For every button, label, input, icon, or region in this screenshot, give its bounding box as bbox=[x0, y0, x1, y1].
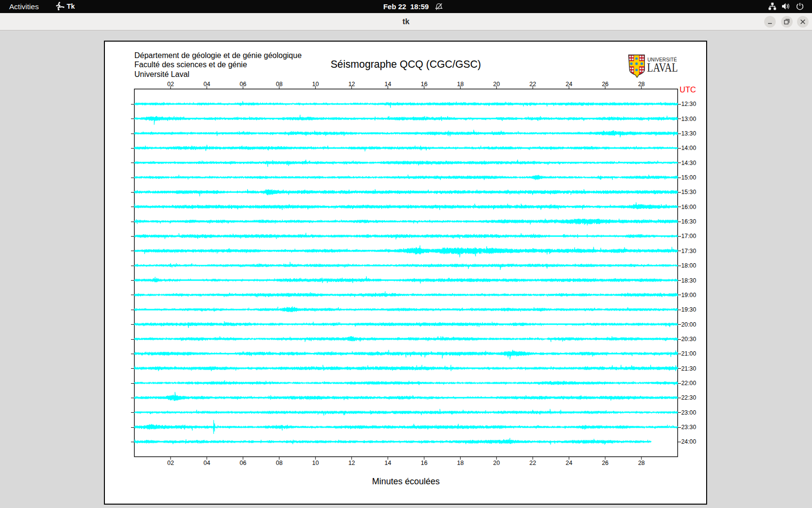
svg-text:14:30: 14:30 bbox=[682, 160, 696, 166]
svg-text:10: 10 bbox=[312, 81, 319, 88]
svg-text:Minutes écoulées: Minutes écoulées bbox=[372, 477, 440, 486]
svg-text:08: 08 bbox=[276, 81, 283, 88]
svg-text:15:30: 15:30 bbox=[682, 189, 696, 195]
svg-text:16:00: 16:00 bbox=[682, 204, 696, 210]
svg-text:23:30: 23:30 bbox=[682, 424, 696, 431]
svg-text:08: 08 bbox=[276, 460, 283, 466]
svg-text:06: 06 bbox=[240, 81, 246, 88]
svg-text:Séismographe QCQ (CGC/GSC): Séismographe QCQ (CGC/GSC) bbox=[331, 59, 481, 70]
svg-text:13:00: 13:00 bbox=[682, 116, 696, 122]
svg-text:16: 16 bbox=[421, 81, 428, 88]
svg-text:12: 12 bbox=[348, 81, 355, 88]
svg-text:22: 22 bbox=[529, 460, 536, 466]
svg-text:02: 02 bbox=[167, 460, 174, 466]
svg-text:28: 28 bbox=[638, 460, 645, 466]
svg-text:20:00: 20:00 bbox=[682, 321, 696, 328]
svg-text:Université Laval: Université Laval bbox=[134, 70, 189, 78]
svg-text:20: 20 bbox=[493, 81, 500, 88]
svg-text:18: 18 bbox=[457, 81, 464, 88]
svg-text:12:30: 12:30 bbox=[682, 101, 696, 107]
svg-text:Faculté des sciences et de gén: Faculté des sciences et de génie bbox=[134, 60, 247, 69]
svg-text:17:30: 17:30 bbox=[682, 248, 696, 254]
svg-text:13:30: 13:30 bbox=[682, 130, 696, 137]
svg-text:26: 26 bbox=[602, 81, 609, 88]
svg-text:04: 04 bbox=[203, 460, 210, 466]
svg-text:22: 22 bbox=[529, 81, 536, 88]
svg-text:23:00: 23:00 bbox=[682, 409, 696, 416]
svg-text:18:00: 18:00 bbox=[682, 262, 696, 269]
svg-text:16:30: 16:30 bbox=[682, 218, 696, 225]
svg-text:16: 16 bbox=[421, 460, 428, 466]
svg-text:12: 12 bbox=[348, 460, 355, 466]
svg-text:22:30: 22:30 bbox=[682, 394, 696, 401]
svg-text:26: 26 bbox=[602, 460, 609, 466]
svg-text:10: 10 bbox=[312, 460, 319, 466]
svg-text:17:00: 17:00 bbox=[682, 233, 696, 239]
svg-text:19:00: 19:00 bbox=[682, 292, 696, 299]
svg-text:06: 06 bbox=[240, 460, 246, 466]
svg-text:24: 24 bbox=[566, 460, 572, 466]
svg-text:15:00: 15:00 bbox=[682, 174, 696, 181]
svg-text:21:30: 21:30 bbox=[682, 365, 696, 372]
svg-text:20: 20 bbox=[493, 460, 500, 466]
svg-text:18:30: 18:30 bbox=[682, 277, 696, 284]
svg-text:Département de géologie et de: Département de géologie et de génie géol… bbox=[134, 51, 302, 60]
svg-text:22:00: 22:00 bbox=[682, 380, 696, 387]
svg-text:14:00: 14:00 bbox=[682, 145, 696, 151]
svg-text:04: 04 bbox=[203, 81, 210, 88]
svg-text:14: 14 bbox=[385, 460, 392, 466]
svg-text:20:30: 20:30 bbox=[682, 336, 696, 343]
svg-text:28: 28 bbox=[638, 81, 645, 88]
svg-text:14: 14 bbox=[385, 81, 392, 88]
svg-text:24: 24 bbox=[566, 81, 572, 88]
svg-text:19:30: 19:30 bbox=[682, 306, 696, 313]
svg-text:UTC: UTC bbox=[680, 85, 696, 94]
svg-text:18: 18 bbox=[457, 460, 464, 466]
svg-text:24:00: 24:00 bbox=[682, 438, 696, 445]
svg-text:21:00: 21:00 bbox=[682, 350, 696, 357]
svg-text:02: 02 bbox=[167, 81, 174, 88]
svg-text:LAVAL: LAVAL bbox=[647, 61, 678, 74]
